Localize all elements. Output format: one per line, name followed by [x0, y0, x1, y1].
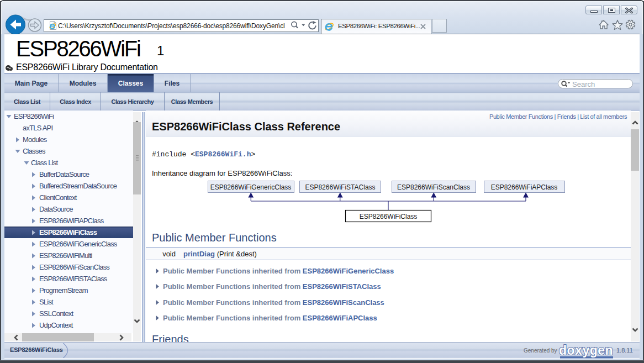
svg-text:ESP8266WiFiScanClass: ESP8266WiFiScanClass — [397, 183, 470, 191]
svg-text:ESP8266WiFiAPClass: ESP8266WiFiAPClass — [491, 183, 558, 191]
svg-text:ESP8266WiFiGenericClass: ESP8266WiFiGenericClass — [210, 183, 292, 191]
svg-text:ESP8266WiFiSTAClass: ESP8266WiFiSTAClass — [305, 183, 375, 191]
svg-text:ESP8266WiFiClass: ESP8266WiFiClass — [360, 213, 418, 220]
svg-text:doxygen: doxygen — [559, 344, 613, 357]
